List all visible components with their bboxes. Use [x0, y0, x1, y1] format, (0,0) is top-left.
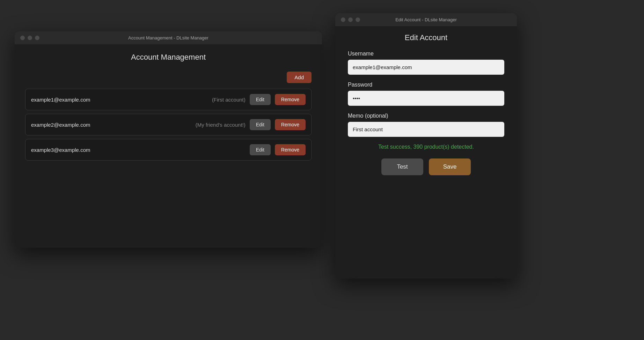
maximize-button[interactable] [356, 17, 360, 22]
edit-account-button[interactable]: Edit [250, 144, 271, 155]
edit-account-button[interactable]: Edit [250, 94, 271, 105]
account-memo: (First account) [212, 97, 246, 103]
account-row: example1@example.com (First account) Edi… [25, 89, 312, 110]
account-memo: (My friend's account!) [196, 122, 246, 128]
remove-account-button[interactable]: Remove [275, 119, 306, 130]
traffic-lights [20, 36, 39, 40]
minimize-button[interactable] [28, 36, 32, 40]
add-button-row: Add [25, 72, 312, 83]
memo-input[interactable] [348, 122, 504, 137]
edit-content: Edit Account Username Password Memo (opt… [335, 26, 517, 186]
password-label: Password [348, 82, 504, 88]
account-row: example3@example.com Edit Remove [25, 139, 312, 161]
account-heading: Account Management [25, 53, 312, 62]
account-email: example2@example.com [31, 122, 191, 128]
test-button[interactable]: Test [381, 158, 423, 175]
account-management-window: Account Management - DLsite Manager Acco… [15, 31, 322, 248]
username-field-group: Username [348, 51, 504, 75]
minimize-button[interactable] [348, 17, 353, 22]
account-row: example2@example.com (My friend's accoun… [25, 114, 312, 135]
account-email: example1@example.com [31, 97, 208, 103]
memo-label: Memo (optional) [348, 113, 504, 119]
account-content: Account Management Add example1@example.… [15, 44, 322, 169]
edit-account-window: Edit Account - DLsite Manager Edit Accou… [335, 13, 517, 279]
edit-window-title: Edit Account - DLsite Manager [395, 17, 457, 22]
add-account-button[interactable]: Add [287, 72, 312, 83]
username-label: Username [348, 51, 504, 57]
action-buttons: Test Save [348, 158, 504, 175]
account-email: example3@example.com [31, 147, 241, 153]
password-field-group: Password [348, 82, 504, 106]
close-button[interactable] [20, 36, 25, 40]
traffic-lights [341, 17, 360, 22]
username-input[interactable] [348, 60, 504, 75]
account-window-title: Account Management - DLsite Manager [128, 35, 208, 40]
close-button[interactable] [341, 17, 345, 22]
edit-heading: Edit Account [348, 33, 504, 42]
remove-account-button[interactable]: Remove [275, 144, 306, 155]
edit-window-titlebar: Edit Account - DLsite Manager [335, 13, 517, 26]
account-window-titlebar: Account Management - DLsite Manager [15, 31, 322, 44]
save-button[interactable]: Save [429, 158, 471, 175]
account-list: example1@example.com (First account) Edi… [25, 89, 312, 161]
remove-account-button[interactable]: Remove [275, 94, 306, 105]
memo-field-group: Memo (optional) [348, 113, 504, 137]
edit-account-button[interactable]: Edit [250, 119, 271, 130]
password-input[interactable] [348, 91, 504, 106]
maximize-button[interactable] [35, 36, 39, 40]
status-text: Test success, 390 product(s) detected. [348, 144, 504, 150]
